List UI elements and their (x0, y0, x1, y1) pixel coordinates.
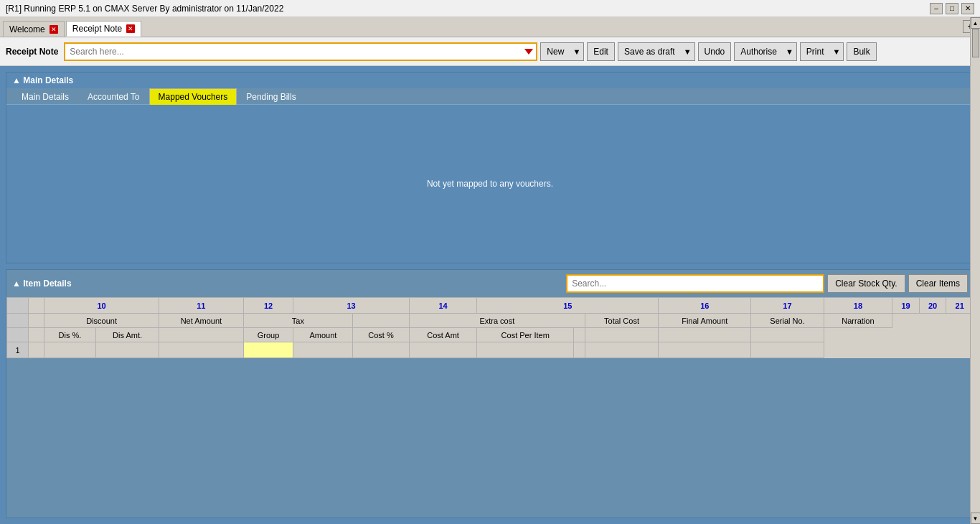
tab-bar: Welcome ✕ Receipt Note ✕ + (0, 17, 980, 37)
cell-row-1-num: 1 (7, 342, 29, 358)
close-button[interactable]: ✕ (961, 3, 974, 14)
col-num-14: 14 (409, 298, 477, 314)
col-h-serial-no: Serial No. (751, 314, 824, 328)
maximize-button[interactable]: □ (946, 3, 958, 14)
voucher-panel-body: Not yet mapped to any vouchers. (6, 105, 974, 263)
table-number-row: 10 11 12 13 14 15 16 17 18 19 20 21 (7, 298, 974, 314)
title-bar: [R1] Running ERP 5.1 on CMAX Server By a… (0, 0, 980, 17)
tab-receipt-note-label: Receipt Note (72, 24, 122, 34)
item-panel-controls: Clear Stock Qty. Clear Items (566, 274, 968, 293)
col-h-rownum (7, 314, 29, 328)
col-h-final-amount: Final Amount (659, 314, 751, 328)
col-sh-total-cost (574, 328, 585, 342)
col-num-16: 16 (659, 298, 751, 314)
bulk-button[interactable]: Bulk (847, 42, 876, 61)
cell-row-1-dis-pct[interactable] (44, 342, 96, 358)
col-h-tax: Tax (243, 314, 353, 328)
vertical-scrollbar: ▲ ▼ (970, 17, 980, 524)
print-dropdown-button[interactable]: ▼ (830, 42, 844, 61)
cell-row-1-serial-no[interactable] (659, 342, 751, 358)
tab-welcome[interactable]: Welcome ✕ (3, 21, 65, 37)
col-h-extra-cost: Extra cost (409, 314, 585, 328)
item-table: 10 11 12 13 14 15 16 17 18 19 20 21 (6, 297, 974, 358)
edit-button[interactable]: Edit (587, 42, 615, 61)
col-num-18: 18 (824, 298, 892, 314)
tab-pending-bills[interactable]: Pending Bills (237, 88, 305, 105)
authorise-button[interactable]: Authorise (734, 42, 783, 61)
title-bar-controls: – □ ✕ (930, 3, 974, 14)
cell-row-1-tax-amount[interactable] (293, 342, 353, 358)
new-button-group: New ▼ (540, 42, 584, 61)
app-title: [R1] Running ERP 5.1 on CMAX Server By a… (6, 4, 283, 14)
col-h-discount: Discount (44, 314, 159, 328)
cell-row-1-net-amount[interactable] (159, 342, 243, 358)
authorise-dropdown-button[interactable]: ▼ (783, 42, 797, 61)
new-dropdown-button[interactable]: ▼ (570, 42, 584, 61)
search-box (64, 42, 537, 61)
col-num-15: 15 (477, 298, 659, 314)
cell-row-1-dis-amt[interactable] (96, 342, 159, 358)
save-draft-button[interactable]: Save as draft (618, 42, 681, 61)
search-dropdown-arrow-icon[interactable] (524, 49, 533, 55)
item-panel-header: ▲ Item Details Clear Stock Qty. Clear It… (6, 270, 974, 297)
inner-tabs: Main Details Accounted To Mapped Voucher… (6, 88, 974, 105)
col-sh-net-amount (159, 328, 243, 342)
col-num-11: 11 (159, 298, 243, 314)
toolbar-label: Receipt Note (6, 47, 58, 57)
col-sh-final-amount (585, 328, 658, 342)
col-sh-cost-pct: Cost % (353, 328, 410, 342)
col-sh-dis-amt: Dis Amt. (96, 328, 159, 342)
voucher-message: Not yet mapped to any vouchers. (427, 179, 553, 189)
cell-row-1-narration[interactable] (751, 342, 824, 358)
tab-welcome-label: Welcome (9, 24, 45, 34)
col-h-empty1 (353, 314, 410, 328)
col-h-narration: Narration (824, 314, 892, 328)
main-details-title: ▲ Main Details (12, 75, 73, 85)
undo-button[interactable]: Undo (698, 42, 732, 61)
col-sh-serial-no (659, 328, 751, 342)
tab-main-details[interactable]: Main Details (12, 88, 78, 105)
col-num-19: 19 (892, 298, 920, 314)
table-header-row: Discount Net Amount Tax Extra cost Total… (7, 314, 974, 328)
cell-row-1-cost-amt[interactable] (409, 342, 477, 358)
col-num-17: 17 (751, 298, 824, 314)
col-sh-rownum (7, 328, 29, 342)
cell-row-1-tax-group[interactable] (243, 342, 293, 358)
clear-stock-qty-button[interactable]: Clear Stock Qty. (827, 274, 905, 293)
scroll-up-button[interactable]: ▲ (971, 17, 981, 29)
col-sh-tax-amount: Amount (293, 328, 353, 342)
item-search-input[interactable] (566, 274, 824, 293)
col-sh-cost-per-item: Cost Per Item (477, 328, 574, 342)
minimize-button[interactable]: – (930, 3, 943, 14)
tab-receipt-note-close[interactable]: ✕ (126, 24, 135, 33)
tab-mapped-vouchers[interactable]: Mapped Vouchers (149, 88, 237, 105)
scroll-down-button[interactable]: ▼ (971, 513, 981, 524)
tab-receipt-note[interactable]: Receipt Note ✕ (66, 21, 141, 37)
item-table-container: 10 11 12 13 14 15 16 17 18 19 20 21 (6, 297, 974, 358)
search-input[interactable] (70, 47, 532, 57)
main-layout: ▲ Main Details Main Details Accounted To… (0, 66, 980, 524)
toolbar: Receipt Note New ▼ Edit Save as draft ▼ … (0, 37, 980, 66)
col-h-net-amount: Net Amount (159, 314, 243, 328)
cell-row-1-cost-pct[interactable] (353, 342, 410, 358)
save-draft-dropdown-button[interactable]: ▼ (681, 42, 695, 61)
tab-accounted-to[interactable]: Accounted To (78, 88, 149, 105)
col-num-13: 13 (293, 298, 409, 314)
col-sh-cost-amt: Cost Amt (409, 328, 477, 342)
main-details-header: ▲ Main Details (6, 72, 974, 88)
item-details-panel: ▲ Item Details Clear Stock Qty. Clear It… (6, 269, 974, 518)
clear-items-button[interactable]: Clear Items (908, 274, 968, 293)
cell-row-1-final-amount[interactable] (585, 342, 658, 358)
print-button[interactable]: Print (800, 42, 830, 61)
tab-welcome-close[interactable]: ✕ (50, 25, 58, 34)
col-num-10: 10 (44, 298, 159, 314)
cell-row-1-cost-per-item[interactable] (477, 342, 574, 358)
cell-row-1-total-cost[interactable] (574, 342, 585, 358)
save-draft-button-group: Save as draft ▼ (618, 42, 695, 61)
col-sh-narration (751, 328, 824, 342)
cell-row-1-check (29, 342, 44, 358)
col-checkbox (29, 298, 44, 314)
col-num-21: 21 (946, 298, 974, 314)
table-row: 1 (7, 342, 974, 358)
new-button[interactable]: New (540, 42, 570, 61)
